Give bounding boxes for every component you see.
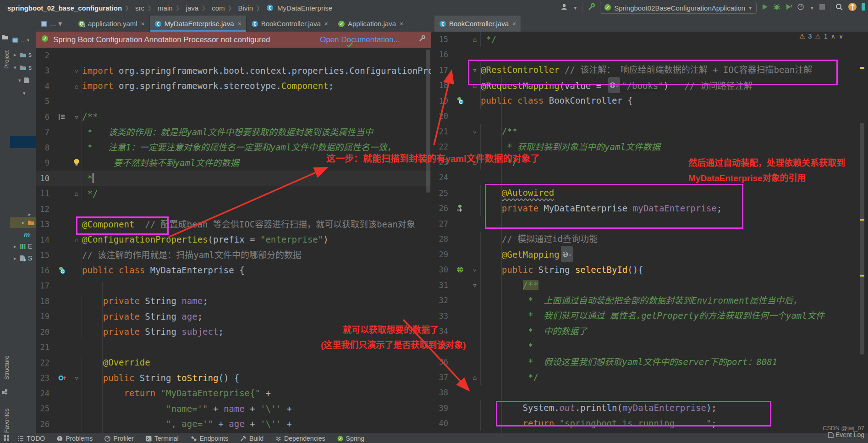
fold-marker-icon[interactable]: ▿ xyxy=(469,128,480,135)
breadcrumb-item[interactable]: com xyxy=(212,4,225,12)
project-tree-row[interactable]: …▾ xyxy=(10,34,36,45)
status-button-endpoints[interactable]: Endpoints xyxy=(191,435,228,442)
breadcrumb-separator[interactable]: 〉 xyxy=(257,4,263,12)
tool-window-tab-project[interactable]: Project xyxy=(0,44,10,76)
tool-windows-grid-icon[interactable] xyxy=(4,435,9,442)
breadcrumb-item[interactable]: src xyxy=(135,4,144,12)
tree-chevron-icon[interactable]: ▸ xyxy=(14,255,19,261)
chevron-down-icon[interactable]: ▾ xyxy=(27,38,29,43)
fold-marker-icon[interactable]: ▿ xyxy=(469,66,480,74)
more-icon[interactable]: … xyxy=(21,36,27,44)
url-inlay-globe-icon[interactable]: ⌄ xyxy=(608,77,621,94)
code-text[interactable]: * xyxy=(480,339,868,354)
code-text[interactable]: @GetMapping⌄ xyxy=(480,246,868,263)
code-text[interactable]: /** xyxy=(480,277,868,293)
warning-stripe-mark[interactable] xyxy=(860,67,864,69)
code-text[interactable]: public String toString() { xyxy=(82,371,431,386)
tool-window-tab-favorites[interactable]: Favorites xyxy=(0,404,10,437)
status-button-spring[interactable]: Spring xyxy=(337,435,364,442)
code-text[interactable]: * 我们就可以通过 属性名.getProperty的方法获取到任何一个yaml文… xyxy=(480,308,868,324)
fold-marker-icon[interactable]: ▿ xyxy=(71,113,82,121)
code-text[interactable]: private String name; xyxy=(82,293,431,309)
breadcrumb[interactable]: springboot_02_base_configuration〉src〉mai… xyxy=(0,4,332,12)
code-text[interactable]: @ConfigurationProperties(prefix = "enter… xyxy=(82,232,431,248)
tab-BookController.java[interactable]: CBookController.java× xyxy=(434,16,521,32)
status-button-terminal[interactable]: Terminal xyxy=(146,435,179,442)
close-icon[interactable]: × xyxy=(237,20,241,28)
structure-icon[interactable] xyxy=(1,388,9,396)
fold-marker-icon[interactable]: ⌂ xyxy=(71,190,82,197)
tab-controls[interactable]: ... ▾ xyxy=(37,16,66,32)
code-text[interactable]: */ xyxy=(82,186,431,202)
url-inlay-globe-icon[interactable]: ⌄ xyxy=(561,246,573,262)
debug-button[interactable] xyxy=(773,3,780,12)
code-text[interactable]: private MyDataEnterprise myDataEnterpris… xyxy=(480,201,868,216)
banner-settings-icon[interactable] xyxy=(418,35,426,44)
code-text[interactable]: * 上面通过自动装配把全部的数据封装到Environment属性当中后， xyxy=(480,293,868,309)
tab-application.yaml[interactable]: application.yaml× xyxy=(73,16,150,32)
code-area-left[interactable]: 23▿import org.springframework.boot.conte… xyxy=(36,48,431,432)
code-text[interactable]: "name='" + name + '\'' + xyxy=(82,401,431,417)
tree-chevron-icon[interactable]: ▸ xyxy=(14,52,19,58)
fold-marker-icon[interactable]: ⌂ xyxy=(469,374,480,381)
code-text[interactable]: // 该注解的作用就是：扫描yaml文件中的哪部分的数据 xyxy=(82,248,431,263)
search-everywhere-icon[interactable] xyxy=(835,3,843,13)
tool-window-tab-structure[interactable]: Structure xyxy=(0,350,10,386)
editor-right-BookController[interactable]: 15⌂ */1617▿@RestController // 该注解： 响应给前端… xyxy=(434,32,868,433)
status-button-dependencies[interactable]: Dependencies xyxy=(275,435,325,442)
code-text[interactable]: @RequestMapping(value = ⌄"/books") // 访问… xyxy=(480,77,868,94)
code-text[interactable]: // 模拟通过id查询功能 xyxy=(480,232,868,247)
status-button-problems[interactable]: Problems xyxy=(57,435,93,442)
profiler-button[interactable] xyxy=(797,3,805,12)
tree-chevron-icon[interactable]: ▾ xyxy=(23,90,28,96)
plugin-icon[interactable] xyxy=(862,2,865,13)
project-tree-row[interactable]: ▸E xyxy=(10,241,36,252)
profiler-dropdown-icon[interactable]: ▼ xyxy=(810,6,814,11)
editor-left-MyDataEnterprise[interactable]: Spring Boot Configuration Annotation Pro… xyxy=(36,32,431,433)
breadcrumb-item[interactable]: main xyxy=(158,4,173,12)
code-text[interactable]: public class MyDataEnterprise { xyxy=(82,263,431,278)
user-icon[interactable] xyxy=(560,3,568,12)
code-text[interactable]: public String selectById(){ xyxy=(480,262,868,278)
tree-chevron-icon[interactable]: ▸ xyxy=(14,244,19,249)
project-folder-icon[interactable] xyxy=(1,33,9,41)
project-tree-row[interactable]: ▾s xyxy=(10,62,36,73)
breadcrumb-separator[interactable]: 〉 xyxy=(229,4,235,12)
code-text[interactable]: * xyxy=(82,171,431,186)
wrench-icon[interactable] xyxy=(587,3,595,13)
fold-marker-icon[interactable]: ⌂ xyxy=(469,36,480,43)
override-gutter-icon[interactable] xyxy=(52,374,71,382)
tree-chevron-icon[interactable]: ▸ xyxy=(22,220,27,226)
prev-warning-icon[interactable]: ∧ xyxy=(831,33,835,40)
project-tree-row[interactable]: ▾ xyxy=(10,75,36,86)
bean-gutter-icon[interactable] xyxy=(451,97,469,105)
tab-Application.java[interactable]: Application.java× xyxy=(333,16,408,32)
code-area-right[interactable]: 15⌂ */1617▿@RestController // 该注解： 响应给前端… xyxy=(434,32,868,431)
list-gutter-icon[interactable] xyxy=(52,114,71,120)
codota-icon[interactable] xyxy=(848,2,857,13)
code-text[interactable]: * 该类的作用：就是把yaml文件中想要获取的数据封装到该类属性当中 xyxy=(82,125,431,140)
warning-stripe-mark[interactable] xyxy=(860,275,864,277)
code-text[interactable]: System.out.println(myDataEnterprise); xyxy=(480,400,868,416)
code-text[interactable]: */ xyxy=(480,370,868,385)
code-text[interactable]: @Component // 配置成bean 等会供IOC容器进行扫描，就可以获取… xyxy=(82,217,431,233)
next-warning-icon[interactable]: ∨ xyxy=(839,33,843,40)
warning-stripe-mark[interactable] xyxy=(860,219,864,221)
code-text[interactable]: return "MyDataEnterprise{" + xyxy=(82,386,431,401)
bean-gutter-icon[interactable] xyxy=(52,266,71,274)
breadcrumb-item[interactable]: java xyxy=(186,4,199,12)
fold-marker-icon[interactable]: ▿ xyxy=(71,67,82,74)
tree-chevron-icon[interactable]: ▾ xyxy=(18,78,24,83)
breadcrumb-separator[interactable]: 〉 xyxy=(126,4,132,12)
status-button-todo[interactable]: TODO xyxy=(17,435,45,442)
user-dropdown-icon[interactable]: ▼ xyxy=(573,6,577,11)
breadcrumb-project[interactable]: springboot_02_base_configuration xyxy=(7,4,122,12)
breadcrumb-separator[interactable]: 〉 xyxy=(176,4,182,12)
project-tree-row[interactable]: ▾ xyxy=(10,88,36,99)
fold-marker-icon[interactable]: ⌂ xyxy=(71,236,82,244)
tab-more-label[interactable]: ... xyxy=(50,20,56,28)
project-tree-row[interactable]: ▸ xyxy=(10,217,36,228)
inspections-ok-icon[interactable] xyxy=(346,42,353,50)
project-tree-row[interactable]: m xyxy=(10,229,36,240)
breadcrumb-class[interactable]: MyDataEnterprise xyxy=(277,4,332,12)
